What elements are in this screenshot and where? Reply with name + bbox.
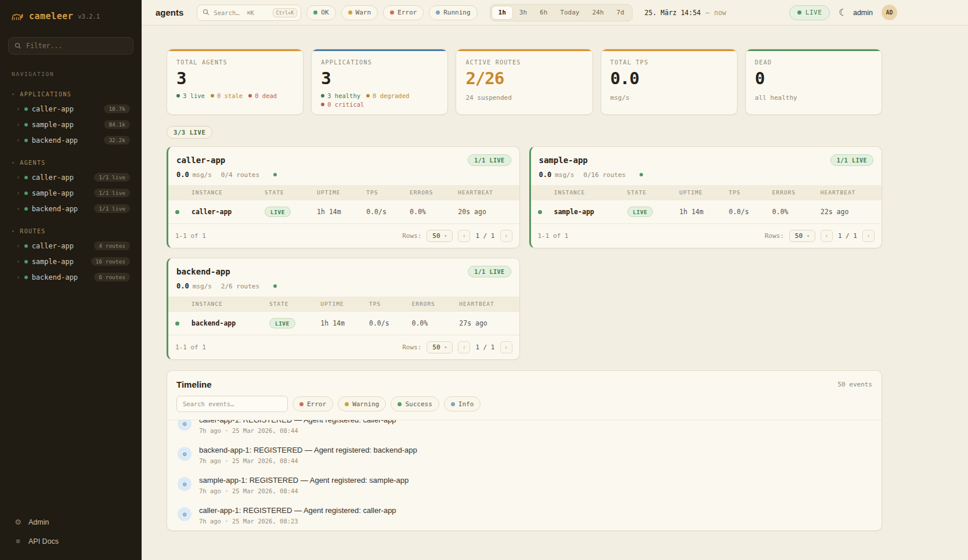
filter-chip-ok[interactable]: OK [306,5,335,20]
timeline-controls: Error Warning Success Info [167,396,882,420]
chevron-left-icon: ‹ [825,232,829,240]
section-header-agents[interactable]: ▾ AGENTS [7,157,135,169]
caret-down-icon: ▾ [445,233,447,239]
sidebar-filter-input[interactable] [26,42,127,50]
chevron-right-icon: › [16,273,20,281]
timeline-chip-error[interactable]: Error [292,396,333,411]
cell-tps: 0.0/s [362,200,405,224]
timeline-event[interactable]: ⚙ sample-app-1: REGISTERED — Agent regis… [173,470,876,500]
stat-card-total-agents: TOTAL AGENTS 3 3 live 0 stale 0 dead [167,49,304,115]
column-instance: INSTANCE [187,297,265,312]
sidebar-item-api-docs[interactable]: ≡ API Docs [9,533,132,550]
rows-per-page-select[interactable]: 50▾ [427,341,453,353]
prev-page-button[interactable]: ‹ [458,341,470,353]
sidebar-item-applications-backend-app[interactable]: › backend-app 32.2k [7,132,135,148]
table-pagination: 1-1 of 1 Rows: 50▾ ‹ 1 / 1 › [531,223,882,248]
timeline-chip-info[interactable]: Info [444,396,481,411]
sidebar-section-applications: ▾ APPLICATIONS › caller-app 10.7k › samp… [7,89,135,148]
range-button-3h[interactable]: 3h [513,6,533,20]
live-status-badge[interactable]: LIVE [789,5,830,20]
rows-per-page-select[interactable]: 50▾ [427,230,453,242]
caret-down-icon: ▾ [12,229,15,234]
prev-page-button[interactable]: ‹ [458,230,470,242]
chip-label: Info [458,400,474,408]
timeline-event[interactable]: ⚙ caller-app-1: REGISTERED — Agent regis… [173,500,876,530]
status-dot [175,321,179,326]
nav-item-badge: 32.2k [104,136,130,144]
keyboard-shortcut-badge: Ctrl+K [273,8,298,17]
next-page-button[interactable]: › [500,230,512,242]
event-time: 7h ago · 25 Mar 2026, 08:44 [199,457,417,464]
sidebar-item-applications-sample-app[interactable]: › sample-app 84.1k [7,117,135,132]
prev-page-button[interactable]: ‹ [821,230,833,242]
timeline-event-list[interactable]: ⚙ caller-app-1: REGISTERED — Agent regis… [167,420,882,530]
timeline-search-input[interactable] [176,396,288,412]
sidebar-item-routes-caller-app[interactable]: › caller-app 4 routes [7,238,135,254]
main-area: agents Ctrl+K OK Warn Error [142,0,968,560]
sidebar-item-routes-sample-app[interactable]: › sample-app 16 routes [7,254,135,269]
caret-down-icon: ▾ [445,345,447,350]
filter-chip-error[interactable]: Error [383,5,424,20]
user-avatar[interactable]: AD [882,5,897,20]
range-button-24h[interactable]: 24h [586,6,610,20]
app-logo[interactable]: cameleer v3.2.1 [7,8,135,23]
event-gear-icon: ⚙ [178,420,192,431]
nav-item-badge: 16 routes [91,257,130,266]
sidebar-item-agents-caller-app[interactable]: › caller-app 1/1 live [7,169,135,185]
sidebar-item-routes-backend-app[interactable]: › backend-app 6 routes [7,269,135,285]
timeline-chip-warning[interactable]: Warning [338,396,386,411]
column-errors: ERRORS [768,185,816,200]
stat-label: ACTIVE ROUTES [465,59,583,66]
section-header-routes[interactable]: ▾ ROUTES [7,226,135,238]
row-range-text: 1-1 of 1 [175,344,206,351]
timeline-chip-success[interactable]: Success [391,396,439,411]
section-title: AGENTS [20,160,46,166]
sidebar-item-agents-sample-app[interactable]: › sample-app 1/1 live [7,185,135,201]
error-status-dot [390,10,394,15]
filter-chip-warn[interactable]: Warn [341,5,378,20]
cell-heartbeat: 22s ago [816,200,882,224]
column-heartbeat: HEARTBEAT [453,185,519,200]
cell-state: LIVE [265,312,316,335]
instance-row[interactable]: backend-app LIVE 1h 14m 0.0/s 0.0% 27s a… [168,312,519,335]
instance-row[interactable]: caller-app LIVE 1h 14m 0.0/s 0.0% 20s ag… [168,200,519,224]
sparkline-dot [273,173,277,176]
api-docs-label: API Docs [28,537,59,545]
filter-chip-running[interactable]: Running [429,5,477,20]
rows-label: Rows: [402,344,421,351]
app-name-text: cameleer [29,11,73,21]
instance-row[interactable]: sample-app LIVE 1h 14m 0.0/s 0.0% 22s ag… [531,200,882,224]
chip-label: Running [443,9,470,16]
pagination-controls: Rows: 50▾ ‹ 1 / 1 › [402,341,512,353]
range-button-1h[interactable]: 1h [492,6,513,20]
sidebar-item-applications-caller-app[interactable]: › caller-app 10.7k [7,101,135,117]
next-page-button[interactable]: › [862,230,875,242]
cell-tps: 0.0/s [364,312,407,335]
timeline-event[interactable]: ⚙ caller-app-1: REGISTERED — Agent regis… [173,420,876,440]
range-button-7d[interactable]: 7d [610,6,630,20]
instances-table: INSTANCE STATE UPTIME TPS ERRORS HEARTBE… [168,297,519,335]
cell-uptime: 1h 14m [316,312,364,335]
column-errors: ERRORS [407,297,455,312]
range-button-6h[interactable]: 6h [533,6,554,20]
stat-card-applications: APPLICATIONS 3 3 healthy 0 degraded 0 cr… [311,49,448,115]
sidebar-item-agents-backend-app[interactable]: › backend-app 1/1 live [7,201,135,216]
state-badge: LIVE [269,318,295,328]
chip-label: Warning [352,400,379,408]
range-dash: — [706,9,710,17]
state-badge: LIVE [627,207,653,217]
stat-sub-healthy: 3 healthy [321,92,360,99]
range-button-today[interactable]: Today [554,6,586,20]
stat-breakdown: 3 healthy 0 degraded 0 critical [321,92,438,108]
next-page-button[interactable]: › [500,341,512,353]
sidebar-item-admin[interactable]: ⚙ Admin [9,514,132,530]
dark-mode-toggle[interactable]: ☾ [839,8,844,17]
app-card-metrics: 0.0 msg/s 2/6 routes [168,280,519,297]
chevron-left-icon: ‹ [463,232,467,240]
section-header-applications[interactable]: ▾ APPLICATIONS [7,89,135,101]
rows-per-page-select[interactable]: 50▾ [789,230,815,242]
global-search-input[interactable] [214,9,268,16]
timeline-event[interactable]: ⚙ backend-app-1: REGISTERED — Agent regi… [173,440,876,470]
live-dot [176,94,180,97]
cell-errors: 0.0% [405,200,453,224]
